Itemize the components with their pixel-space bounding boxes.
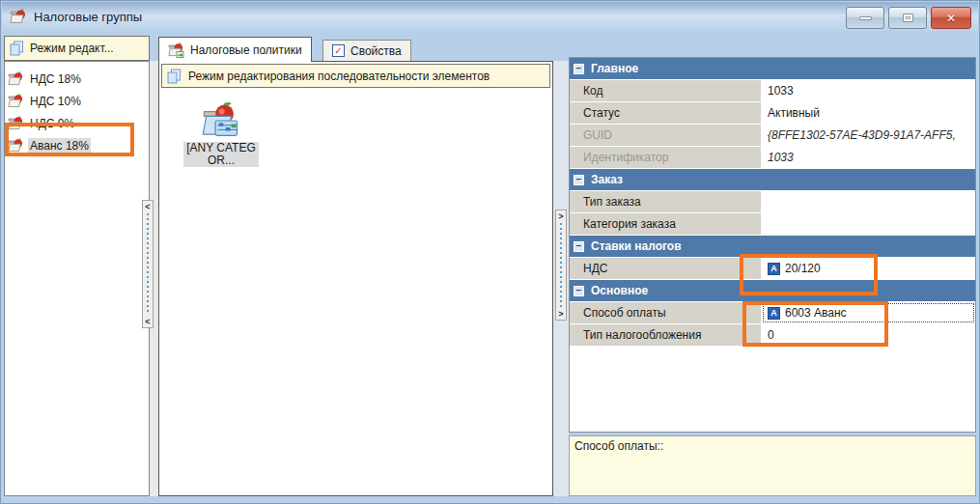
canvas-mode-header[interactable]: Режим редактирования последовательности … [161,64,550,88]
property-row[interactable]: Идентификатор 1033 [570,147,975,169]
property-value[interactable]: 1033 [762,80,975,101]
folder-apple-arrow-icon [168,42,184,58]
splitter-dots [147,213,149,315]
tab-tax-policies[interactable]: Налоговые политики [158,37,312,62]
property-row[interactable]: Код 1033 [570,80,975,102]
annotation-box-nds-value [740,254,878,295]
title-bar[interactable]: Налоговые группы ✕ [2,2,978,31]
property-label: Тип налогообложения [570,324,762,346]
collapse-minus-icon[interactable]: − [574,241,584,252]
property-label: НДС [570,258,762,279]
collapse-minus-icon[interactable]: − [574,175,584,185]
close-icon: ✕ [946,13,956,24]
property-label: Идентификатор [570,147,762,168]
category-item[interactable]: [ANY CATEGOR... [177,102,266,167]
property-description-text: Способ оплаты:: [574,439,663,453]
section-title: Главное [591,62,638,75]
property-row[interactable]: Тип заказа [570,191,975,213]
section-title: Основное [591,284,648,297]
property-row[interactable]: Категория заказа [570,213,975,236]
property-label: Статус [570,102,762,124]
property-value[interactable]: Активный [762,102,975,124]
list-item-label: НДС 10% [28,94,83,109]
splitter-dots [560,223,562,307]
category-item-label: [ANY CATEGOR... [183,142,259,167]
close-button[interactable]: ✕ [931,7,971,29]
left-panel-header[interactable]: Режим редакт... [4,36,150,61]
collapse-left-icon: < [145,202,150,211]
checkbox-check-icon: ✓ [332,44,345,57]
list-item-nds10[interactable]: НДС 10% [5,90,149,112]
copy-pages-icon [167,69,182,84]
property-label: GUID [570,125,762,146]
maximize-button[interactable] [888,7,927,29]
property-value: {8FFE1302-57AE-43D9-91A7-AFF5, [762,125,975,146]
policy-canvas: Режим редактирования последовательности … [158,61,553,496]
property-value[interactable] [762,213,975,235]
property-row[interactable]: GUID {8FFE1302-57AE-43D9-91A7-AFF5, [570,125,975,147]
tab-label: Налоговые политики [190,43,302,57]
tab-properties[interactable]: ✓ Свойства [322,40,411,61]
list-item-nds18[interactable]: НДС 18% [5,68,149,90]
maximize-icon [903,14,913,22]
tab-label: Свойства [350,44,402,58]
collapse-minus-icon[interactable]: − [574,286,584,296]
property-label: Категория заказа [570,213,762,235]
window-title: Налоговые группы [34,10,142,24]
section-header-order[interactable]: − Заказ [570,169,975,191]
expand-right-icon: > [558,211,563,221]
folder-apple-icon [8,94,24,109]
property-value[interactable] [762,191,975,212]
canvas-mode-label: Режим редактирования последовательности … [188,70,490,83]
minimize-button[interactable] [846,7,884,29]
collapse-left-icon: < [145,317,150,326]
app-window: Налоговые группы ✕ Режим редакт... НДС 1… [0,0,980,504]
section-title: Заказ [591,173,623,186]
section-title: Ставки налогов [591,239,682,253]
category-folder-icon [202,102,240,139]
left-panel-header-label: Режим редакт... [30,42,114,55]
property-label: Тип заказа [570,191,762,212]
app-icon [10,9,27,25]
section-header-main[interactable]: − Главное [570,58,975,80]
copy-pages-icon [10,41,24,56]
folder-apple-icon [8,71,24,87]
left-splitter-handle[interactable]: < < [142,200,154,328]
right-splitter-handle[interactable]: > > [555,210,567,321]
expand-right-icon: > [558,309,563,319]
property-description-box: Способ оплаты:: [569,435,976,496]
property-grid: − Главное Код 1033 Статус Активный GUID … [569,57,976,433]
collapse-minus-icon[interactable]: − [574,64,584,74]
annotation-box-payment-value [742,301,888,347]
property-row[interactable]: Статус Активный [570,102,975,125]
annotation-box-avans [5,123,134,156]
property-value: 1033 [762,147,975,168]
minimize-icon [859,16,872,20]
list-item-label: НДС 18% [28,71,83,87]
property-label: Способ оплаты [570,302,762,323]
property-label: Код [570,80,762,101]
